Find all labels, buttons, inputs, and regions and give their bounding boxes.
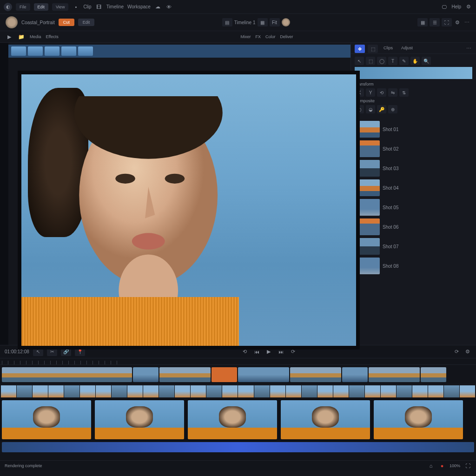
timeline-clip[interactable]: [238, 367, 289, 382]
loop-icon[interactable]: ⟳: [453, 348, 460, 356]
filmstrip-frame: [222, 385, 238, 397]
timeline-ruler[interactable]: [0, 358, 476, 365]
tab-effects[interactable]: Effects: [46, 34, 59, 39]
menu-view[interactable]: View: [52, 3, 68, 11]
program-viewer[interactable]: [18, 71, 360, 350]
tool-text[interactable]: T: [388, 57, 397, 65]
browser-thumb[interactable]: [61, 46, 76, 56]
audio-track[interactable]: [2, 442, 474, 452]
gear-icon[interactable]: ⚙: [454, 19, 461, 26]
timeline-clip[interactable]: [2, 367, 132, 382]
tool-zoom[interactable]: 🔍: [422, 57, 431, 65]
portrait-clip[interactable]: [281, 400, 370, 439]
filmstrip-frame: [175, 385, 190, 397]
timeline-clip[interactable]: [290, 367, 341, 382]
flip-v-icon[interactable]: ⇅: [399, 88, 409, 97]
inspector-tab-clips[interactable]: Clips: [381, 45, 396, 52]
main-area: ✥ ⬚ Clips Adjust ⋯ ↖ ⬚ ◯ T ✎ ✋ 🔍 Transfo…: [0, 43, 476, 345]
browser-thumb[interactable]: [45, 46, 60, 56]
tab-media[interactable]: Media: [30, 34, 41, 39]
top-menu-bar: ◐ File Edit View • Clip 🎞 Timeline Works…: [0, 0, 476, 14]
viewer-mode-a-button[interactable]: ▤: [222, 18, 232, 26]
tl-settings-icon[interactable]: ⚙: [464, 348, 471, 356]
inspector-tool-b[interactable]: ⬚: [368, 45, 378, 53]
filmstrip-track[interactable]: [0, 384, 476, 398]
menu-clip[interactable]: Clip: [83, 4, 91, 9]
inspector-tab-adjust[interactable]: Adjust: [398, 45, 416, 52]
filmstrip-frame: [191, 385, 206, 397]
expand-button[interactable]: ⛶: [442, 18, 452, 26]
settings-icon[interactable]: ⚙: [465, 3, 472, 11]
inspector-more-icon[interactable]: ⋯: [465, 45, 472, 52]
thumb-item[interactable]: Shot 07: [354, 238, 473, 255]
timeline-tracks[interactable]: [0, 358, 476, 460]
timeline-clip[interactable]: [342, 367, 368, 382]
home-icon[interactable]: ⌂: [427, 462, 435, 469]
timeline-clip[interactable]: [212, 367, 237, 382]
thumb-item[interactable]: Shot 06: [354, 218, 473, 235]
portrait-clip[interactable]: [374, 400, 463, 439]
flip-h-icon[interactable]: ⇋: [388, 88, 397, 97]
menu-edit[interactable]: Edit: [34, 3, 49, 11]
inspector-tool-a[interactable]: ✥: [355, 45, 365, 53]
thumb-item[interactable]: Shot 02: [354, 140, 473, 157]
mode-edit-button[interactable]: Edit: [78, 19, 95, 26]
viewer-fit-button[interactable]: Fit: [270, 18, 280, 26]
thumb-item[interactable]: Shot 08: [354, 258, 473, 274]
user-avatar[interactable]: [6, 16, 18, 28]
fullscreen-icon[interactable]: ⛶: [464, 462, 471, 469]
portrait-clip[interactable]: [95, 400, 184, 439]
browser-thumb[interactable]: [28, 46, 43, 56]
filmstrip-frame: [333, 385, 349, 397]
thumb-item[interactable]: Shot 01: [354, 121, 473, 138]
tab-deliver[interactable]: Deliver: [280, 34, 293, 39]
tool-pen[interactable]: ✎: [399, 57, 409, 65]
tab-mixer[interactable]: Mixer: [240, 34, 251, 39]
tool-select[interactable]: ↖: [355, 57, 364, 65]
portrait-clip[interactable]: [2, 400, 91, 439]
filmstrip-frame: [17, 385, 32, 397]
tool-crop[interactable]: ⬚: [366, 57, 375, 65]
eye-icon: 👁: [165, 3, 173, 11]
svg-point-3: [165, 173, 185, 183]
browser-thumb[interactable]: [78, 46, 93, 56]
record-icon[interactable]: ●: [438, 462, 446, 469]
portrait-clip[interactable]: [188, 400, 277, 439]
key-icon[interactable]: 🔑: [377, 105, 386, 113]
video-track-2[interactable]: [0, 365, 476, 384]
menu-help[interactable]: Help: [451, 4, 461, 9]
timeline-clip[interactable]: [159, 367, 211, 382]
filmstrip-frame: [381, 385, 396, 397]
menu-workspace[interactable]: Workspace: [127, 4, 151, 9]
monitor-icon[interactable]: 🖵: [440, 3, 448, 11]
tab-fx[interactable]: FX: [255, 34, 261, 39]
tab-color[interactable]: Color: [265, 34, 276, 39]
list-view-button[interactable]: ☰: [430, 18, 440, 26]
menu-file[interactable]: File: [16, 3, 30, 11]
svg-point-4: [132, 233, 165, 249]
menu-timeline[interactable]: Timeline: [106, 4, 124, 9]
browser-thumb[interactable]: [11, 46, 26, 56]
opacity-icon[interactable]: ◒: [366, 105, 375, 113]
media-pool-icon[interactable]: 📁: [18, 33, 25, 40]
stabilize-icon[interactable]: ⊕: [388, 105, 397, 113]
rotate-icon[interactable]: ⟲: [377, 88, 386, 97]
filmstrip-frame: [254, 385, 270, 397]
thumb-item[interactable]: Shot 03: [354, 160, 473, 177]
mode-cut-button[interactable]: Cut: [59, 19, 74, 26]
more-icon[interactable]: ⋯: [463, 19, 470, 26]
video-track-1[interactable]: [0, 398, 476, 441]
tool-mask[interactable]: ◯: [377, 57, 386, 65]
timeline-clip[interactable]: [421, 367, 446, 382]
section-transform-label: Transform: [355, 82, 472, 86]
thumb-item[interactable]: Shot 04: [354, 179, 473, 196]
thumb-item[interactable]: Shot 05: [354, 199, 473, 216]
viewer-mode-b-button[interactable]: ▦: [258, 18, 268, 26]
grid-view-button[interactable]: ▦: [417, 18, 428, 26]
timeline-clip[interactable]: [133, 367, 159, 382]
clip-browser-strip[interactable]: [8, 45, 350, 58]
play-icon[interactable]: ▶: [6, 33, 13, 40]
tool-hand[interactable]: ✋: [410, 57, 420, 65]
timeline-clip[interactable]: [369, 367, 420, 382]
pos-y-icon[interactable]: Y: [366, 88, 375, 97]
